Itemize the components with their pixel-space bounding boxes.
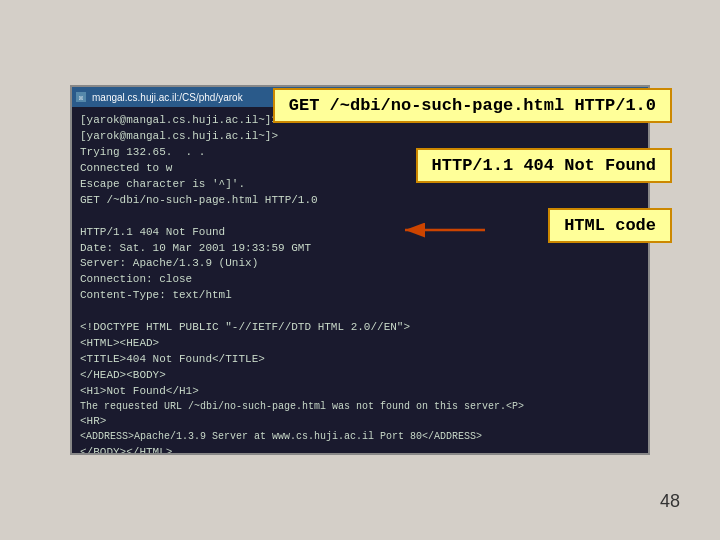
terminal-line-content-type: Content-Type: text/html: [80, 288, 640, 304]
arrow-svg: [400, 215, 490, 245]
page-number: 48: [660, 491, 680, 512]
terminal-line-title: <TITLE>404 Not Found</TITLE>: [80, 352, 640, 368]
slide-container: ☒ mangal.cs.huji.ac.il:/CS/phd/yarok _ □…: [20, 20, 700, 520]
terminal-line-blank2: [80, 304, 640, 320]
terminal-line-address: <ADDRESS>Apache/1.3.9 Server at www.cs.h…: [80, 430, 640, 445]
callout-get-request: GET /~dbi/no-such-page.html HTTP/1.0: [273, 88, 672, 123]
terminal-line-2: [yarok@mangal.cs.huji.ac.il~]>: [80, 129, 640, 145]
callout-html-code: HTML code: [548, 208, 672, 243]
terminal-line-connection: Connection: close: [80, 272, 640, 288]
terminal-line-hr: <HR>: [80, 414, 640, 430]
terminal-line-get: GET /~dbi/no-such-page.html HTTP/1.0: [80, 193, 640, 209]
terminal-line-server: Server: Apache/1.3.9 (Unix): [80, 256, 640, 272]
terminal-line-html-head: <HTML><HEAD>: [80, 336, 640, 352]
callout-get-text: GET /~dbi/no-such-page.html HTTP/1.0: [289, 96, 656, 115]
callout-http-response: HTTP/1.1 404 Not Found: [416, 148, 672, 183]
terminal-window: ☒ mangal.cs.huji.ac.il:/CS/phd/yarok _ □…: [70, 85, 650, 455]
window-icon: ☒: [76, 92, 86, 102]
callout-html-text: HTML code: [564, 216, 656, 235]
terminal-line-head-body: </HEAD><BODY>: [80, 368, 640, 384]
terminal-line-h1: <H1>Not Found</H1>: [80, 384, 640, 400]
terminal-line-close: </BODY></HTML>: [80, 445, 640, 453]
callout-http-text: HTTP/1.1 404 Not Found: [432, 156, 656, 175]
terminal-line-doctype: <!DOCTYPE HTML PUBLIC "-//IETF//DTD HTML…: [80, 320, 640, 336]
terminal-line-msg: The requested URL /~dbi/no-such-page.htm…: [80, 400, 640, 415]
